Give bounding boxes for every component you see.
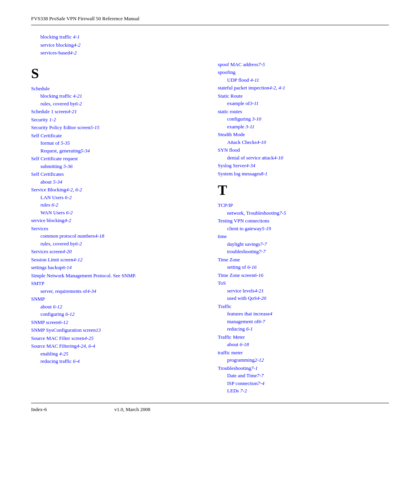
list-item: Service Blocking4-2, 6-2 LAN Users 6-2 r… xyxy=(31,186,202,216)
traffic-meter-lower-link[interactable]: traffic meter xyxy=(218,349,389,357)
services-rules-link[interactable]: rules, covered by6-2 xyxy=(31,240,202,248)
static-routes-link[interactable]: static routes xyxy=(218,108,389,116)
list-item: Services common protocol numbers4-18 rul… xyxy=(31,225,202,248)
traffic-features-link[interactable]: features that increase4 xyxy=(218,310,389,318)
tos-link[interactable]: ToS xyxy=(218,279,389,287)
system-log-messages-link[interactable]: System log messages8-1 xyxy=(218,170,389,178)
schedule1-screen-link[interactable]: Schedule 1 screen4-21 xyxy=(31,108,202,116)
services-link[interactable]: Services xyxy=(31,225,202,233)
session-limit-screen-link[interactable]: Session Limit screen4-12 xyxy=(31,256,202,264)
service-blocking-wan-link[interactable]: WAN Users 6-2 xyxy=(31,209,202,217)
stateful-packet-link[interactable]: stateful packet inspection4-2, 4-1 xyxy=(218,84,389,92)
snmp-about-link[interactable]: about 6-12 xyxy=(31,303,202,311)
tcpip-link[interactable]: TCP/IP xyxy=(218,201,389,209)
self-certs-about-link[interactable]: about 5-34 xyxy=(31,178,202,186)
list-item: Source MAC Filter screen4-25 xyxy=(31,334,202,342)
security-link[interactable]: Security 1-2 xyxy=(31,116,202,124)
service-blocking-entry-link[interactable]: Service Blocking4-2, 6-2 xyxy=(31,186,202,194)
list-item: SNMP SysConfiguration screen13 xyxy=(31,326,202,334)
list-item: traffic meter programming2-12 xyxy=(218,349,389,364)
self-cert-format-link[interactable]: format of 5-35 xyxy=(31,139,202,147)
services-screen-link[interactable]: Services screen4-20 xyxy=(31,248,202,256)
source-mac-reducing-link[interactable]: reducing traffic 6-4 xyxy=(31,357,202,365)
snmp-see-link[interactable]: Simple Network Management Protocol. See … xyxy=(31,272,202,280)
traffic-reducing-link[interactable]: reducing 6-1 xyxy=(218,325,389,333)
self-cert-request-entry-link[interactable]: Self Certificate request xyxy=(31,155,202,163)
list-item: Self Certificates about 5-34 xyxy=(31,170,202,186)
right-column: spoof MAC address7-5 spoofing UDP flood … xyxy=(218,61,389,395)
static-routes-configuring-link[interactable]: configuring 3-10 xyxy=(218,115,389,123)
list-item: Source MAC Filtering4-24, 6-4 enabling 4… xyxy=(31,342,202,365)
time-zone-screen-link[interactable]: Time Zone screen6-16 xyxy=(218,271,389,279)
list-item: services-based4-2 xyxy=(31,49,389,57)
snmp-screen-link[interactable]: SNMP screen6-12 xyxy=(31,318,202,326)
tos-qos-link[interactable]: used with QoS4-20 xyxy=(218,294,389,302)
time-zone-setting-link[interactable]: setting of 6-16 xyxy=(218,263,389,271)
schedule-blocking-traffic-link[interactable]: blocking traffic 4-21 xyxy=(31,92,202,100)
static-route-link[interactable]: Static Route xyxy=(218,92,389,100)
smtp-link[interactable]: SMTP xyxy=(31,280,202,287)
time-troubleshooting-link[interactable]: troubleshooting7-7 xyxy=(218,248,389,256)
time-link[interactable]: time xyxy=(218,233,389,240)
page-number: Index-6 xyxy=(31,406,47,413)
tos-service-levels-link[interactable]: service levels4-21 xyxy=(218,287,389,295)
footer-version: v1.0, March 2008 xyxy=(47,406,218,413)
spoofing-udp-link[interactable]: UDP flood 4-11 xyxy=(218,76,389,84)
stealth-mode-link[interactable]: Stealth Mode xyxy=(218,131,389,138)
syslog-server-link[interactable]: Syslog Server4-34 xyxy=(218,162,389,170)
schedule-link[interactable]: Schedule xyxy=(31,85,202,93)
time-zone-link[interactable]: Time Zone xyxy=(218,256,389,264)
list-item: Traffic features that increase4 manageme… xyxy=(218,303,389,333)
troubleshooting-link[interactable]: Troubleshooting7-1 xyxy=(218,364,389,372)
stealth-mode-attack-link[interactable]: Attack Checks4-10 xyxy=(218,138,389,146)
list-item: Static Route example of3-11 xyxy=(218,92,389,107)
spoof-mac-link[interactable]: spoof MAC address7-5 xyxy=(218,61,389,68)
security-policy-editor-link[interactable]: Security Policy Editor screen5-15 xyxy=(31,124,202,131)
list-item: Traffic Meter about 6-18 xyxy=(218,333,389,348)
services-common-protocol-link[interactable]: common protocol numbers4-18 xyxy=(31,232,202,240)
services-based-link[interactable]: services-based4-2 xyxy=(31,49,389,57)
tcpip-troubleshooting-link[interactable]: network, Troubleshooting7-5 xyxy=(218,209,389,217)
troubleshooting-isp-link[interactable]: ISP connection7-4 xyxy=(218,380,389,387)
testing-vpn-link[interactable]: Testing VPN connections xyxy=(218,217,389,225)
service-blocking-lower-link[interactable]: service blocking4-2 xyxy=(31,217,202,224)
testing-vpn-client-link[interactable]: client to gateway5-19 xyxy=(218,225,389,233)
self-certificate-link[interactable]: Self Certificate xyxy=(31,132,202,140)
traffic-link[interactable]: Traffic xyxy=(218,303,389,310)
static-routes-example-link[interactable]: example 3-11 xyxy=(218,123,389,131)
spoofing-link[interactable]: spoofing xyxy=(218,68,389,76)
snmp-configuring-link[interactable]: configuring 6-12 xyxy=(31,310,202,318)
traffic-meter-about-link[interactable]: about 6-18 xyxy=(218,341,389,348)
source-mac-enabling-link[interactable]: enabling 4-25 xyxy=(31,350,202,358)
source-mac-filter-screen-link[interactable]: Source MAC Filter screen4-25 xyxy=(31,334,202,342)
self-cert-request-link[interactable]: Request, generating5-34 xyxy=(31,147,202,155)
settings-backup-link[interactable]: settings backup6-14 xyxy=(31,264,202,271)
self-cert-submitting-link[interactable]: submitting 5-36 xyxy=(31,163,202,170)
self-certificates-link[interactable]: Self Certificates xyxy=(31,170,202,178)
left-column: S Schedule blocking traffic 4-21 rules, … xyxy=(31,61,202,395)
static-route-example-link[interactable]: example of3-11 xyxy=(218,100,389,107)
smtp-server-link[interactable]: server, requirements of4-34 xyxy=(31,287,202,295)
syn-flood-dos-link[interactable]: denial of service attack4-10 xyxy=(218,154,389,162)
snmp-link[interactable]: SNMP xyxy=(31,295,202,303)
service-blocking-lan-link[interactable]: LAN Users 6-2 xyxy=(31,194,202,201)
list-item: Stealth Mode Attack Checks4-10 xyxy=(218,131,389,146)
service-blocking-rules-link[interactable]: rules 6-2 xyxy=(31,201,202,209)
snmp-sysconfig-link[interactable]: SNMP SysConfiguration screen13 xyxy=(31,326,202,334)
time-daylight-link[interactable]: daylight savings7-7 xyxy=(218,240,389,248)
list-item: Self Certificate format of 5-35 Request,… xyxy=(31,132,202,155)
page-header: FVS338 ProSafe VPN Firewall 50 Reference… xyxy=(31,16,389,25)
page: FVS338 ProSafe VPN Firewall 50 Reference… xyxy=(0,0,420,436)
troubleshooting-date-link[interactable]: Date and Time7-7 xyxy=(218,372,389,380)
service-blocking-link[interactable]: service blocking4-2 xyxy=(31,41,389,49)
traffic-meter-programming-link[interactable]: programming2-12 xyxy=(218,356,389,364)
blocking-traffic-link[interactable]: blocking traffic 4-1 xyxy=(31,33,389,41)
traffic-management-link[interactable]: management of6-7 xyxy=(218,318,389,326)
troubleshooting-leds-link[interactable]: LEDs 7-2 xyxy=(218,387,389,395)
traffic-meter-link[interactable]: Traffic Meter xyxy=(218,333,389,341)
syn-flood-link[interactable]: SYN flood xyxy=(218,146,389,154)
list-item: Security 1-2 xyxy=(31,116,202,124)
list-item: SMTP server, requirements of4-34 xyxy=(31,280,202,295)
source-mac-filtering-link[interactable]: Source MAC Filtering4-24, 6-4 xyxy=(31,342,202,350)
schedule-rules-link[interactable]: rules, covered by6-2 xyxy=(31,100,202,108)
